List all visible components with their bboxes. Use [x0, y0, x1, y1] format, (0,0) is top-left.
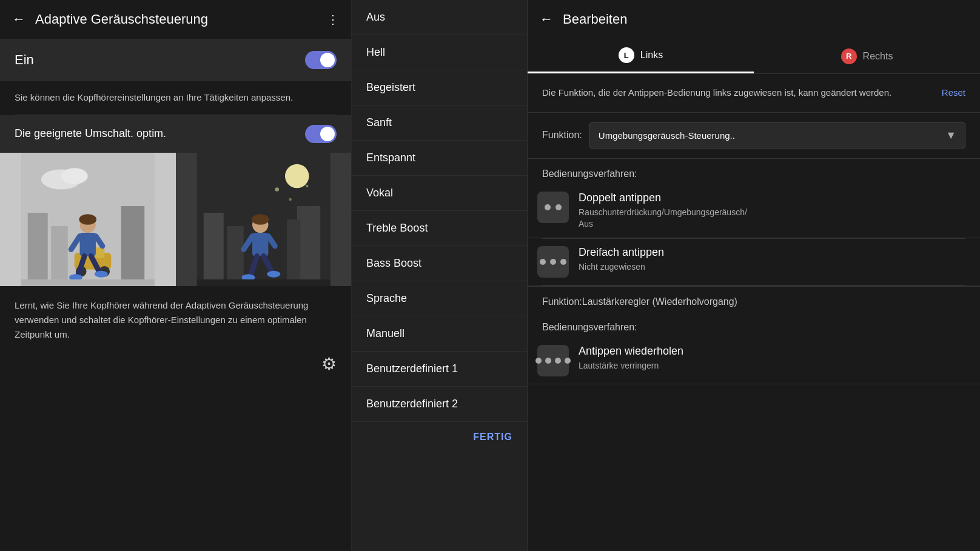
dot	[550, 259, 556, 265]
svg-point-11	[79, 214, 96, 225]
repeat-tap-icon	[537, 345, 569, 376]
action-title-wiederholen: Antippen wiederholen	[579, 345, 965, 358]
menu-item-hell[interactable]: Hell	[352, 35, 527, 70]
svg-rect-28	[287, 219, 300, 286]
info-row: Die Funktion, die der Antippen-Bedienung…	[528, 74, 980, 113]
toggle-section: Ein	[0, 39, 351, 81]
menu-item-sanft[interactable]: Sanft	[352, 105, 527, 141]
svg-rect-27	[297, 206, 320, 286]
menu-item-bass-boost[interactable]: Bass Boost	[352, 246, 527, 281]
dot	[555, 358, 561, 364]
dot	[555, 204, 562, 210]
illustration-dark	[176, 153, 352, 286]
dot	[545, 204, 551, 210]
right-panel: ← Bearbeiten L Links R Rechts Die Funkti…	[528, 0, 980, 551]
fertig-row: FERTIG	[352, 422, 527, 452]
svg-point-23	[289, 198, 291, 200]
svg-point-37	[267, 270, 280, 277]
svg-rect-26	[227, 226, 244, 286]
svg-point-24	[306, 184, 308, 187]
reset-button[interactable]: Reset	[942, 86, 965, 98]
menu-item-begeistert[interactable]: Begeistert	[352, 70, 527, 105]
right-content: Die Funktion, die der Antippen-Bedienung…	[528, 74, 980, 551]
action-title-dreifach: Dreifach antippen	[579, 246, 965, 259]
action-text-dreifach: Dreifach antippen Nicht zugewiesen	[579, 246, 965, 273]
menu-item-manuell[interactable]: Manuell	[352, 316, 527, 352]
illustration-left-svg	[0, 153, 176, 286]
toggle-switch-optim[interactable]	[305, 125, 337, 143]
action-item-wiederholen: Antippen wiederholen Lautstärke verringe…	[528, 338, 980, 384]
svg-point-2	[61, 168, 88, 184]
switch-label: Die geeignete Umschalt. optim.	[15, 127, 166, 140]
action-text-wiederholen: Antippen wiederholen Lautstärke verringe…	[579, 345, 965, 372]
chevron-down-icon: ▼	[945, 129, 956, 142]
illustration-container	[0, 153, 351, 286]
right-header: ← Bearbeiten	[528, 0, 980, 39]
svg-rect-3	[28, 213, 48, 286]
tab-badge-l: L	[619, 47, 634, 63]
dot	[565, 358, 571, 364]
svg-rect-5	[121, 206, 145, 286]
triple-tap-icon	[537, 246, 569, 278]
tab-links[interactable]: L Links	[528, 39, 754, 73]
svg-point-18	[95, 270, 108, 277]
svg-point-30	[251, 214, 269, 225]
funktion-select[interactable]: Umgebungsgeräusch-Steuerung.. ▼	[589, 122, 965, 149]
funktion-value: Umgebungsgeräusch-Steuerung..	[599, 130, 735, 141]
funktion-label: Funktion:	[542, 130, 582, 141]
bedienung2-header: Bedienungsverfahren:	[528, 312, 980, 338]
svg-rect-38	[196, 279, 330, 286]
left-panel: ← Adaptive Geräuschsteuerung ⋮ Ein Sie k…	[0, 0, 352, 551]
back-button-left[interactable]: ←	[12, 12, 25, 27]
switch-section: Die geeignete Umschalt. optim.	[0, 115, 351, 153]
funktion2-label: Funktion:Laustärkeregler (Wiederholvorga…	[528, 286, 980, 312]
tab-links-label: Links	[640, 50, 663, 61]
menu-item-entspannt[interactable]: Entspannt	[352, 141, 527, 176]
dot	[535, 358, 542, 364]
action-text-doppelt: Doppelt antippen Rauschunterdrückung/Umg…	[579, 192, 965, 230]
action-subtitle-dreifach: Nicht zugewiesen	[579, 261, 965, 273]
description-text: Sie können die Kopfhörereinstellungen an…	[0, 81, 351, 115]
funktion-row: Funktion: Umgebungsgeräusch-Steuerung.. …	[528, 113, 980, 159]
svg-rect-4	[51, 226, 68, 286]
toggle-switch-ein[interactable]	[305, 51, 337, 69]
middle-panel: Aus Hell Begeistert Sanft Entspannt Voka…	[352, 0, 528, 551]
tab-rechts[interactable]: R Rechts	[754, 39, 980, 73]
dot	[540, 259, 546, 265]
action-item-dreifach: Dreifach antippen Nicht zugewiesen	[528, 239, 980, 286]
tab-badge-r: R	[841, 48, 857, 64]
menu-item-vokal[interactable]: Vokal	[352, 176, 527, 211]
svg-point-22	[275, 187, 279, 192]
action-subtitle-wiederholen: Lautstärke verringern	[579, 360, 965, 372]
left-header: ← Adaptive Geräuschsteuerung ⋮	[0, 0, 351, 39]
bedienung1-header: Bedienungsverfahren:	[528, 159, 980, 184]
action-item-doppelt: Doppelt antippen Rauschunterdrückung/Umg…	[528, 184, 980, 238]
action-subtitle-doppelt: Rauschunterdrückung/Umgebungsgeräusch/Au…	[579, 207, 965, 230]
menu-item-sprache[interactable]: Sprache	[352, 281, 527, 316]
double-tap-icon	[537, 192, 569, 223]
menu-item-aus[interactable]: Aus	[352, 0, 527, 35]
back-button-right[interactable]: ←	[540, 12, 553, 27]
right-title: Bearbeiten	[563, 12, 627, 27]
left-title: Adaptive Geräuschsteuerung	[35, 12, 317, 27]
learn-text: Lernt, wie Sie Ihre Kopfhörer während de…	[0, 286, 351, 354]
fertig-button[interactable]: FERTIG	[473, 432, 512, 442]
toggle-label: Ein	[15, 52, 34, 68]
action-title-doppelt: Doppelt antippen	[579, 192, 965, 204]
menu-item-benutzerdefiniert2[interactable]: Benutzerdefiniert 2	[352, 387, 527, 422]
more-icon[interactable]: ⋮	[327, 12, 339, 27]
dot	[545, 358, 551, 364]
gear-icon[interactable]: ⚙	[321, 354, 337, 374]
dot	[560, 259, 566, 265]
menu-item-benutzerdefiniert1[interactable]: Benutzerdefiniert 1	[352, 352, 527, 387]
gear-row: ⚙	[0, 354, 351, 384]
info-text: Die Funktion, die der Antippen-Bedienung…	[542, 86, 932, 100]
menu-item-treble-boost[interactable]: Treble Boost	[352, 211, 527, 246]
illustration-light	[0, 153, 176, 286]
illustration-right-svg	[176, 153, 352, 286]
tabs-row: L Links R Rechts	[528, 39, 980, 74]
svg-rect-19	[21, 279, 155, 286]
tab-rechts-label: Rechts	[863, 51, 893, 62]
svg-rect-25	[203, 213, 223, 286]
svg-point-21	[284, 164, 309, 188]
